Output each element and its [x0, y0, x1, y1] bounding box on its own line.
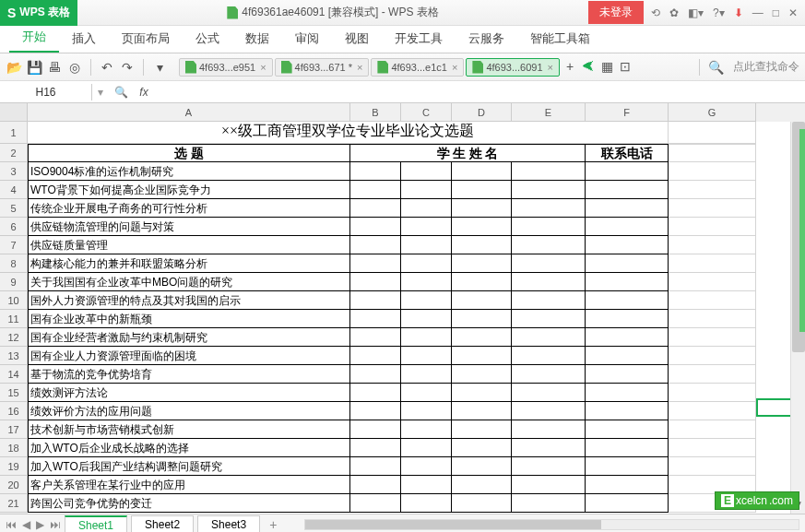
sheet-prev-icon[interactable]: ◀ — [22, 518, 30, 531]
row-header[interactable]: 14 — [0, 365, 28, 384]
cell[interactable] — [350, 402, 401, 420]
cell[interactable] — [350, 254, 401, 273]
maximize-icon[interactable]: □ — [773, 6, 779, 19]
cell-topic[interactable]: 关于我国国有企业改革中MBO问题的研究 — [28, 273, 350, 291]
cell[interactable] — [669, 122, 756, 144]
cell[interactable] — [350, 218, 401, 236]
row-header[interactable]: 13 — [0, 347, 28, 365]
name-box[interactable]: H16 — [0, 84, 92, 100]
cell-topic[interactable]: 客户关系管理在某行业中的应用 — [28, 476, 350, 494]
cell-topic[interactable]: 绩效测评方法论 — [28, 384, 350, 402]
menu-insert[interactable]: 插入 — [59, 25, 109, 53]
cell[interactable] — [512, 218, 586, 236]
menu-smart[interactable]: 智能工具箱 — [517, 25, 603, 53]
cell[interactable] — [512, 347, 586, 365]
cell[interactable] — [512, 439, 586, 457]
print-icon[interactable]: 🖶 — [46, 59, 63, 76]
row-header[interactable]: 8 — [0, 254, 28, 273]
row-header[interactable]: 3 — [0, 162, 28, 181]
cell[interactable] — [452, 439, 512, 457]
cell[interactable] — [669, 199, 756, 218]
add-sheet-icon[interactable]: + — [264, 517, 282, 532]
cell[interactable] — [512, 420, 586, 439]
cell[interactable] — [669, 218, 756, 236]
cell-topic[interactable]: 供应链物流管理的问题与对策 — [28, 218, 350, 236]
cell[interactable] — [512, 162, 586, 181]
close-tab-icon[interactable]: × — [452, 62, 457, 73]
cell-topic[interactable]: 国有企业经营者激励与约束机制研究 — [28, 328, 350, 347]
cell[interactable] — [401, 236, 452, 254]
menu-start[interactable]: 开始 — [9, 23, 59, 53]
cell[interactable] — [452, 494, 512, 513]
cell-topic[interactable]: 国有企业人力资源管理面临的困境 — [28, 347, 350, 365]
cell[interactable] — [350, 162, 401, 181]
col-header[interactable]: G — [669, 103, 756, 122]
cell[interactable] — [669, 144, 756, 162]
cell[interactable] — [401, 347, 452, 365]
cell-topic[interactable]: 绩效评价方法的应用问题 — [28, 402, 350, 420]
cell[interactable] — [350, 347, 401, 365]
sync-icon[interactable]: ⟲ — [651, 6, 660, 19]
cell[interactable] — [401, 402, 452, 420]
cell[interactable] — [350, 365, 401, 384]
cell[interactable] — [452, 347, 512, 365]
cell[interactable] — [401, 439, 452, 457]
menu-view[interactable]: 视图 — [332, 25, 382, 53]
close-icon[interactable]: ✕ — [788, 6, 798, 19]
cell[interactable] — [452, 402, 512, 420]
tab-list-icon[interactable]: ⮜ — [580, 58, 597, 75]
cell[interactable] — [401, 365, 452, 384]
cell[interactable] — [401, 310, 452, 328]
row-header[interactable]: 1 — [0, 122, 28, 144]
cell[interactable] — [401, 254, 452, 273]
cell[interactable] — [452, 181, 512, 199]
cell-topic[interactable]: 跨国公司竞争优势的变迁 — [28, 494, 350, 513]
col-header[interactable]: F — [586, 103, 669, 122]
cell[interactable] — [586, 199, 669, 218]
cell[interactable] — [669, 236, 756, 254]
cell-topic[interactable]: 国外人力资源管理的特点及其对我国的启示 — [28, 291, 350, 310]
cell-topic[interactable]: WTO背景下如何提高企业国际竞争力 — [28, 181, 350, 199]
cell[interactable] — [452, 162, 512, 181]
row-header[interactable]: 18 — [0, 439, 28, 457]
cell[interactable] — [452, 236, 512, 254]
cell[interactable] — [586, 347, 669, 365]
preview-icon[interactable]: ◎ — [66, 59, 83, 76]
sheet-tab[interactable]: Sheet2 — [131, 515, 194, 532]
cell[interactable] — [586, 236, 669, 254]
cell[interactable] — [452, 218, 512, 236]
cell[interactable] — [401, 328, 452, 347]
cell[interactable] — [586, 328, 669, 347]
dropdown-icon[interactable]: ▾ — [151, 59, 168, 76]
cell[interactable] — [586, 439, 669, 457]
help-icon[interactable]: ?▾ — [713, 6, 725, 19]
doc-tab[interactable]: 4f693...e951× — [179, 58, 273, 77]
cell[interactable] — [401, 273, 452, 291]
cell[interactable] — [452, 476, 512, 494]
cell[interactable] — [669, 291, 756, 310]
cell[interactable] — [669, 365, 756, 384]
cell[interactable] — [586, 181, 669, 199]
cell[interactable] — [586, 310, 669, 328]
row-header[interactable]: 6 — [0, 218, 28, 236]
redo-icon[interactable]: ↷ — [119, 59, 136, 76]
cell[interactable] — [452, 328, 512, 347]
namebox-dropdown-icon[interactable]: ▾ — [92, 86, 109, 99]
fx-icon[interactable]: fx — [134, 86, 154, 99]
cell[interactable] — [512, 273, 586, 291]
sheet-tab[interactable]: Sheet1 — [65, 515, 127, 533]
cell[interactable] — [669, 384, 756, 402]
undo-icon[interactable]: ↶ — [99, 59, 115, 76]
row-header[interactable]: 12 — [0, 328, 28, 347]
cell[interactable] — [401, 384, 452, 402]
close-tab-icon[interactable]: × — [357, 62, 362, 73]
menu-dev[interactable]: 开发工具 — [382, 25, 456, 53]
minimize-icon[interactable]: — — [752, 6, 764, 19]
row-header[interactable]: 20 — [0, 476, 28, 494]
cell[interactable] — [452, 254, 512, 273]
cell[interactable] — [350, 236, 401, 254]
cell[interactable] — [669, 347, 756, 365]
scroll-thumb[interactable] — [305, 520, 601, 529]
cell[interactable] — [452, 310, 512, 328]
settings-icon[interactable]: ✿ — [669, 6, 679, 19]
